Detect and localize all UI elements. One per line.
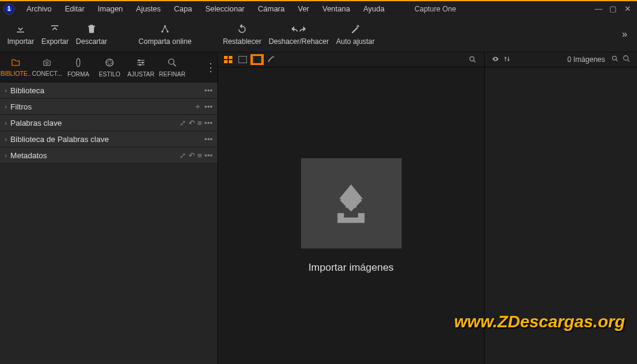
svg-marker-18: [339, 184, 363, 208]
left-sidebar: BIBLIOTE.. CONECT... FORMA ESTILO AJUSTA…: [0, 52, 218, 364]
svg-point-3: [46, 61, 48, 64]
svg-rect-10: [229, 56, 232, 59]
panel-title: Biblioteca: [10, 86, 44, 95]
share-online-button[interactable]: Comparta online: [135, 21, 195, 47]
folder-icon: [10, 58, 22, 69]
toolbar-label: Deshacer/Rehacer: [269, 37, 329, 46]
trash-icon: [86, 22, 97, 35]
more-icon[interactable]: •••: [204, 119, 213, 128]
tab-refinar[interactable]: REFINAR: [157, 52, 188, 82]
menu-ventana[interactable]: Ventana: [317, 2, 356, 16]
lens-icon: [73, 57, 84, 69]
toolbar-label: Exportar: [42, 37, 69, 46]
tab-label: CONECT...: [32, 70, 61, 77]
discard-button[interactable]: Descartar: [72, 21, 111, 47]
svg-point-5: [138, 59, 140, 61]
view-brush-icon[interactable]: [265, 54, 278, 65]
chevron-right-icon: ›: [5, 152, 7, 159]
more-icon[interactable]: •••: [204, 151, 213, 160]
export-button[interactable]: Exportar: [38, 21, 72, 47]
panel-filtros[interactable]: › Filtros ＋ •••: [0, 99, 217, 115]
view-grid-icon[interactable]: [222, 54, 235, 65]
more-icon[interactable]: •••: [204, 102, 213, 111]
svg-rect-13: [238, 56, 247, 63]
panel-palabras-clave[interactable]: › Palabras clave ⤢ ↶ ≡ •••: [0, 115, 217, 131]
viewer-area: Importar imágenes: [218, 52, 485, 364]
menu-archivo[interactable]: Archivo: [20, 2, 58, 16]
reset-button[interactable]: Restablecer: [219, 21, 265, 47]
toolbar-label: Auto ajustar: [336, 37, 374, 46]
tab-biblioteca[interactable]: BIBLIOTE..: [0, 52, 31, 82]
panel-title: Filtros: [10, 102, 31, 111]
upload-icon: [49, 22, 60, 35]
titlebar: 1 Archivo Editar Imagen Ajustes Capa Sel…: [0, 0, 637, 16]
panel-metadatos[interactable]: › Metadatos ⤢ ↶ ≡ •••: [0, 147, 217, 164]
more-icon[interactable]: •••: [204, 135, 213, 144]
view-proof-icon[interactable]: [250, 54, 264, 65]
list-icon[interactable]: ≡: [197, 151, 202, 160]
tab-estilo[interactable]: ESTILO: [94, 52, 125, 82]
tool-tabs: BIBLIOTE.. CONECT... FORMA ESTILO AJUSTA…: [0, 52, 217, 82]
tab-conectar[interactable]: CONECT...: [31, 52, 63, 82]
undo-icon[interactable]: ↶: [188, 151, 195, 160]
import-button[interactable]: Importar: [4, 21, 38, 47]
svg-point-6: [142, 61, 144, 63]
zoom-icon[interactable]: [611, 55, 619, 64]
menu-ajustes[interactable]: Ajustes: [130, 2, 167, 16]
panel-list: › Biblioteca ••• › Filtros ＋ ••• › Palab…: [0, 82, 217, 164]
panel-title: Palabras clave: [10, 119, 61, 128]
tab-ajustar[interactable]: AJUSTAR: [125, 52, 157, 82]
add-icon[interactable]: ＋: [194, 101, 202, 112]
chevron-right-icon: ›: [5, 103, 7, 110]
main-menu: Archivo Editar Imagen Ajustes Capa Selec…: [20, 2, 391, 16]
view-single-icon[interactable]: [236, 54, 249, 65]
panel-biblioteca[interactable]: › Biblioteca •••: [0, 82, 217, 99]
import-drop-icon: [301, 158, 402, 248]
more-icon[interactable]: •••: [204, 86, 213, 95]
toolbar-overflow-icon[interactable]: »: [616, 29, 633, 40]
undo-redo-button[interactable]: Deshacer/Rehacer: [265, 21, 332, 47]
app-title: Capture One: [415, 5, 456, 13]
wand-icon: [350, 22, 361, 35]
zoom-icon[interactable]: [466, 54, 479, 65]
chevron-right-icon: ›: [5, 120, 7, 126]
list-icon[interactable]: ≡: [197, 119, 202, 128]
import-cta-label: Importar imágenes: [308, 262, 394, 274]
share-icon: [159, 22, 171, 35]
menu-ayuda[interactable]: Ayuda: [357, 2, 390, 16]
search-icon[interactable]: [623, 55, 630, 64]
menu-ver[interactable]: Ver: [292, 2, 315, 16]
tab-label: AJUSTAR: [128, 71, 155, 78]
minimize-button[interactable]: —: [594, 4, 603, 13]
maximize-button[interactable]: ▢: [608, 4, 618, 13]
svg-point-7: [139, 64, 141, 66]
download-icon: [15, 22, 26, 35]
window-controls: — ▢ ✕: [594, 4, 637, 13]
expand-icon[interactable]: ⤢: [179, 119, 186, 128]
menu-editar[interactable]: Editar: [59, 2, 91, 16]
svg-point-20: [624, 56, 629, 61]
chevron-right-icon: ›: [5, 136, 7, 143]
undo-icon[interactable]: ↶: [188, 119, 195, 128]
menu-imagen[interactable]: Imagen: [92, 2, 129, 16]
tab-forma[interactable]: FORMA: [63, 52, 94, 82]
eye-icon[interactable]: [491, 55, 500, 64]
autoadjust-button[interactable]: Auto ajustar: [332, 21, 378, 47]
tab-label: BIBLIOTE..: [1, 70, 31, 77]
tabs-overflow-icon[interactable]: ⋮: [204, 61, 217, 74]
menu-seleccionar[interactable]: Seleccionar: [199, 2, 250, 16]
sort-icon[interactable]: [503, 55, 511, 64]
app-logo: 1: [4, 4, 14, 14]
panel-title: Biblioteca de Palabras clave: [10, 135, 108, 144]
panel-biblioteca-palabras[interactable]: › Biblioteca de Palabras clave •••: [0, 131, 217, 147]
menu-camara[interactable]: Cámara: [252, 2, 290, 16]
tab-label: ESTILO: [99, 71, 120, 78]
camera-icon: [41, 58, 53, 69]
panel-title: Metadatos: [10, 151, 47, 160]
watermark-text: www.ZDescargas.org: [454, 312, 625, 332]
expand-icon[interactable]: ⤢: [179, 151, 186, 160]
menu-capa[interactable]: Capa: [168, 2, 198, 16]
toolbar-label: Importar: [7, 37, 34, 46]
viewer-drop-area[interactable]: Importar imágenes: [218, 67, 484, 364]
close-button[interactable]: ✕: [623, 4, 632, 13]
